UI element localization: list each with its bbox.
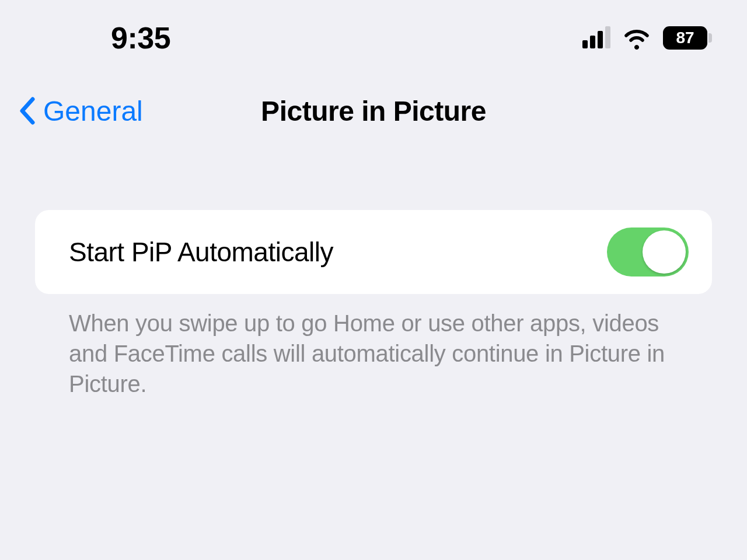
wifi-icon — [622, 26, 651, 50]
back-button[interactable]: General — [18, 95, 143, 127]
battery-percentage: 87 — [676, 29, 694, 47]
page-title: Picture in Picture — [261, 95, 486, 127]
status-bar: 9:35 87 — [0, 0, 747, 76]
setting-footer-text: When you swipe up to go Home or use othe… — [35, 294, 712, 399]
start-pip-toggle[interactable] — [607, 228, 689, 276]
setting-label: Start PiP Automatically — [69, 236, 333, 268]
chevron-left-icon — [18, 97, 37, 125]
back-button-label: General — [43, 95, 143, 127]
cellular-signal-icon — [582, 27, 610, 48]
navigation-bar: General Picture in Picture — [0, 76, 747, 146]
settings-section: Start PiP Automatically When you swipe u… — [0, 210, 747, 399]
status-indicators: 87 — [582, 26, 712, 50]
setting-row-start-pip: Start PiP Automatically — [35, 210, 712, 294]
status-time: 9:35 — [35, 20, 170, 55]
toggle-knob — [643, 230, 686, 274]
battery-indicator: 87 — [663, 26, 712, 50]
